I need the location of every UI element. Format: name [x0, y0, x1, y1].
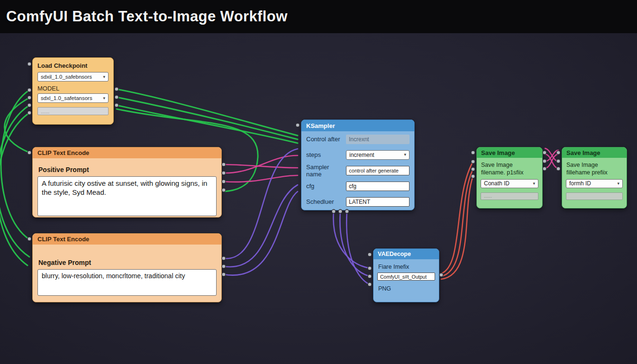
checkpoint-select[interactable]: sdxil_1.0_safebnsors ▾	[37, 72, 109, 82]
wire	[1, 90, 29, 239]
wire	[224, 175, 298, 182]
extra-field[interactable]: ......	[37, 107, 109, 115]
page-title: ComfyUI Batch Text-to-Image Workflow	[6, 8, 288, 25]
caret-down-icon: ▾	[533, 182, 535, 186]
scheduler-input[interactable]: LATENT	[346, 197, 410, 207]
ksampler-row: Sampler name control after generate	[301, 163, 414, 178]
save-id-select-value: Conath ID	[484, 180, 510, 187]
save-caption: Save Image filename. p1sfiix	[481, 161, 538, 177]
node-header[interactable]: Save Image	[477, 147, 542, 158]
node-vae-decode[interactable]: VAEDecope Fiare Imefix ComfyUI_s#t_Outpu…	[373, 248, 439, 302]
node-header[interactable]: CLIP Text Encode	[33, 234, 221, 245]
node-save-image-1[interactable]: Save Image Save Image filename. p1sfiix …	[476, 147, 543, 209]
save-extra-field[interactable]	[566, 192, 623, 200]
save-id-select[interactable]: Conath ID ▾	[481, 179, 538, 188]
filename-prefix-input[interactable]: ComfyUI_s#t_Output	[377, 273, 435, 281]
positive-prompt-textarea[interactable]: A futurisic city ostive at sunset, with …	[37, 176, 217, 216]
cfg-input[interactable]: cfg	[346, 182, 410, 191]
ksampler-row: Control after Increxnt	[301, 131, 414, 147]
node-save-image-2[interactable]: Save Image Save Image fillehame prefiix …	[562, 147, 627, 209]
ksampler-row: Schedluer LATENT	[301, 194, 414, 209]
save-id-select[interactable]: formh ID ▾	[566, 179, 623, 188]
save-caption: Save Image fillehame prefiix	[566, 161, 622, 177]
title-bar: ComfyUI Batch Text-to-Image Workflow	[0, 0, 637, 33]
row-label: steps	[306, 151, 321, 158]
ksampler-row: steps increment ▾	[301, 147, 414, 163]
steps-select-value: increment	[349, 152, 374, 158]
wire	[117, 89, 298, 136]
node-clip-text-encode-positive[interactable]: CLIP Text Encode Positive Prompt A futur…	[32, 147, 222, 218]
checkpoint-select-value: sdxil_1.0_safebnsors	[41, 74, 92, 80]
workflow-editor: ComfyUI Batch Text-to-Image Workflow Loa…	[0, 0, 637, 364]
control-after-field[interactable]: Increxnt	[346, 135, 410, 144]
wire	[441, 176, 473, 279]
negative-prompt-label: Negative Prompt	[38, 259, 216, 266]
caret-down-icon: ▾	[103, 96, 105, 100]
wire	[224, 191, 298, 275]
row-label: cfg	[306, 182, 314, 190]
wire	[224, 185, 298, 267]
node-header[interactable]: CLIP Text Encode	[33, 147, 221, 158]
model-select-value: sdxl_1.0_safetansors	[41, 95, 92, 101]
node-load-checkpoint[interactable]: Load Checkpoint sdxil_1.0_safebnsors ▾ M…	[32, 57, 114, 125]
caret-down-icon: ▾	[103, 75, 105, 79]
node-header[interactable]: VAEDecope	[373, 249, 439, 259]
caret-down-icon: ▾	[617, 182, 619, 186]
node-title: Load Checkpoint	[33, 58, 113, 72]
row-label: Control after	[306, 136, 340, 143]
wire	[441, 169, 473, 276]
save-extra-field[interactable]: ......	[481, 192, 538, 200]
node-ksampler[interactable]: KSampler Control after Increxnt steps in…	[301, 119, 415, 210]
ksampler-row: cfg cfg	[301, 178, 414, 194]
model-label: MODEL	[37, 85, 109, 92]
node-header[interactable]: Save Image	[562, 147, 627, 158]
node-header[interactable]: KSampler	[301, 120, 414, 131]
model-select[interactable]: sdxl_1.0_safetansors ▾	[37, 93, 109, 103]
positive-prompt-label: Positive Prompt	[38, 166, 216, 173]
sampler-name-input[interactable]: control after generate	[346, 166, 410, 175]
wire	[117, 97, 298, 139]
caret-down-icon: ▾	[404, 153, 406, 157]
format-label: PNG	[378, 285, 434, 292]
row-label: Schedluer	[306, 198, 334, 205]
row-label: Sampler name	[306, 164, 346, 178]
steps-select[interactable]: increment ▾	[346, 150, 410, 160]
node-clip-text-encode-negative[interactable]: CLIP Text Encode Negative Prompt blurry,…	[32, 233, 222, 302]
wire	[346, 211, 370, 284]
filename-prefix-label: Fiare Imefix	[378, 264, 434, 270]
save-id-select-value: formh ID	[569, 180, 591, 187]
negative-prompt-textarea[interactable]: blurry, low-resolution, moncrltome, trad…	[37, 269, 217, 296]
